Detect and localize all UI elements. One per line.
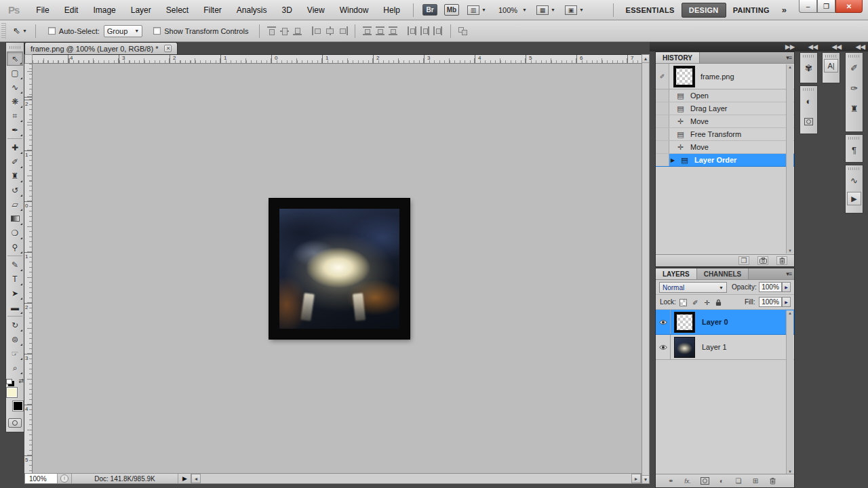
tool-move[interactable]: ⇖ xyxy=(7,52,23,66)
launch-bridge-button[interactable]: Br xyxy=(422,4,437,16)
adjustments-panel-icon[interactable]: ◐ xyxy=(801,92,816,110)
tool-eraser[interactable]: ▱ xyxy=(7,197,23,211)
status-menu-icon[interactable]: ▶ xyxy=(182,475,187,482)
layer-row-layer0[interactable]: Layer 0 xyxy=(656,310,794,335)
canvas[interactable] xyxy=(33,64,642,473)
panel-group-grip[interactable] xyxy=(803,88,815,91)
document-image[interactable] xyxy=(269,199,410,339)
tool-pen[interactable]: ✎ xyxy=(7,258,23,272)
menu-analysis[interactable]: Analysis xyxy=(229,0,275,20)
swap-colors-icon[interactable]: ⇄ xyxy=(18,378,24,384)
distribute-horizontal-centers-icon[interactable] xyxy=(420,26,431,35)
panel-group-grip[interactable] xyxy=(848,167,861,170)
layer-name[interactable]: Layer 0 xyxy=(702,318,728,326)
panel-group-grip[interactable] xyxy=(825,55,837,58)
link-layers-button[interactable]: ⚭ xyxy=(665,476,676,485)
document-tab[interactable]: frame.png @ 100% (Layer 0, RGB/8) * ✕ xyxy=(24,42,178,54)
layer-thumbnail[interactable] xyxy=(674,337,695,358)
quick-mask-mode-button[interactable] xyxy=(8,418,22,428)
tool-clone-stamp[interactable]: ♜ xyxy=(7,169,23,183)
auto-select-dropdown[interactable]: Group ▼ xyxy=(104,25,143,37)
expand-panel-icon[interactable]: ▶▶ xyxy=(785,43,795,50)
menu-3d[interactable]: 3D xyxy=(275,0,300,20)
paragraph-panel-icon[interactable]: ¶ xyxy=(846,141,862,159)
workspace-painting[interactable]: PAINTING xyxy=(726,3,776,17)
fill-input[interactable]: 100% xyxy=(759,297,782,307)
foreground-color-swatch[interactable] xyxy=(6,387,18,398)
default-colors-icon[interactable] xyxy=(6,379,12,384)
history-source-checkbox[interactable] xyxy=(656,141,669,153)
workspace-overflow-icon[interactable]: » xyxy=(776,5,792,15)
tab-history[interactable]: HISTORY xyxy=(656,52,700,63)
blend-mode-dropdown[interactable]: Normal ▼ xyxy=(659,282,727,293)
history-step-open[interactable]: ▤ Open xyxy=(656,89,794,102)
tool-spot-healing-brush[interactable]: ✚ xyxy=(7,140,23,155)
tool-brush[interactable]: ✐ xyxy=(7,155,23,169)
new-group-button[interactable]: ❏ xyxy=(733,476,744,485)
delete-state-button[interactable] xyxy=(776,256,787,265)
tool-path-selection[interactable]: ➤ xyxy=(7,286,23,300)
menu-filter[interactable]: Filter xyxy=(196,0,229,20)
add-layer-mask-button[interactable] xyxy=(699,476,710,485)
launch-mini-bridge-button[interactable]: Mb xyxy=(444,4,459,16)
workspace-essentials[interactable]: ESSENTIALS xyxy=(619,3,682,17)
tool-hand[interactable]: ☞ xyxy=(7,346,23,361)
document-close-icon[interactable]: ✕ xyxy=(164,45,172,52)
scroll-up-icon[interactable]: ▴ xyxy=(789,64,791,70)
distribute-vertical-centers-icon[interactable] xyxy=(375,26,385,35)
history-source-checkbox[interactable] xyxy=(656,102,669,115)
panel-menu-icon[interactable]: ▾≡ xyxy=(786,54,791,61)
history-scrollbar[interactable]: ▴ ▾ xyxy=(786,64,793,253)
panel-menu-icon[interactable]: ▾≡ xyxy=(786,270,791,277)
restore-button[interactable]: ❐ xyxy=(817,0,835,13)
view-extras-button[interactable]: ▥ ▼ xyxy=(467,5,486,15)
opacity-slider-icon[interactable]: ▶ xyxy=(782,282,791,292)
arrange-documents-button[interactable]: ▦ ▼ xyxy=(536,5,555,15)
panel-group-grip[interactable] xyxy=(848,137,861,140)
zoom-level-dropdown[interactable]: 100% ▼ xyxy=(496,6,527,14)
ruler-corner[interactable] xyxy=(24,54,33,64)
history-source-checkbox[interactable] xyxy=(656,128,669,140)
history-snapshot-row[interactable]: ✐ frame.png xyxy=(656,64,794,89)
vertical-ruler[interactable]: 2 1 0 1 2 3 4 5 xyxy=(24,64,33,473)
clone-source-panel-icon[interactable]: ♜ xyxy=(846,100,862,117)
snapshot-thumbnail[interactable] xyxy=(673,66,695,87)
close-button[interactable]: ✕ xyxy=(835,0,863,13)
history-brush-source-well[interactable]: ✐ xyxy=(656,64,669,89)
show-transform-controls-checkbox[interactable] xyxy=(153,27,161,35)
delete-layer-button[interactable] xyxy=(767,476,778,485)
layer-visibility-toggle[interactable] xyxy=(656,310,671,334)
layer-row-layer1[interactable]: Layer 1 xyxy=(656,335,794,360)
menu-edit[interactable]: Edit xyxy=(57,0,86,20)
lock-all-icon[interactable] xyxy=(714,298,723,306)
scroll-down-icon[interactable]: ▾ xyxy=(789,248,791,253)
distribute-right-edges-icon[interactable] xyxy=(433,26,443,35)
scroll-right-icon[interactable]: ▸ xyxy=(631,474,641,483)
new-layer-button[interactable]: ⊞ xyxy=(750,476,761,485)
collapse-panel-icon[interactable]: ◀◀ xyxy=(856,43,865,50)
horizontal-ruler[interactable]: 4 3 2 1 0 1 2 3 4 5 6 7 xyxy=(33,54,642,64)
layer-name[interactable]: Layer 1 xyxy=(702,343,727,351)
lock-transparency-icon[interactable] xyxy=(679,298,688,306)
tool-presets-panel-icon[interactable]: ✑ xyxy=(846,79,862,97)
menu-file[interactable]: File xyxy=(28,0,56,20)
distribute-top-edges-icon[interactable] xyxy=(362,26,372,35)
options-bar-grip[interactable] xyxy=(1,23,6,39)
tool-history-brush[interactable]: ↺ xyxy=(7,183,23,197)
auto-select-checkbox[interactable] xyxy=(48,27,56,35)
tool-blur[interactable]: ❍ xyxy=(7,226,23,240)
tool-dodge[interactable]: ⚲ xyxy=(7,240,23,254)
scroll-down-icon[interactable]: ▾ xyxy=(642,475,649,483)
new-snapshot-button[interactable] xyxy=(757,256,768,265)
history-step-move-2[interactable]: ✛ Move xyxy=(656,141,794,154)
new-adjustment-layer-button[interactable]: ◐ xyxy=(716,476,727,485)
menu-view[interactable]: View xyxy=(300,0,332,20)
paths-panel-icon[interactable]: ∿ xyxy=(846,171,862,189)
panel-group-grip[interactable] xyxy=(848,55,861,58)
layers-scrollbar[interactable]: ▴ ▾ xyxy=(786,310,793,474)
tool-3d-rotate[interactable]: ↻ xyxy=(7,318,23,332)
menu-window[interactable]: Window xyxy=(332,0,376,20)
scroll-left-icon[interactable]: ◂ xyxy=(191,474,201,483)
history-source-checkbox[interactable] xyxy=(656,154,669,166)
horizontal-scrollbar[interactable]: ◂ ▸ xyxy=(191,474,641,483)
